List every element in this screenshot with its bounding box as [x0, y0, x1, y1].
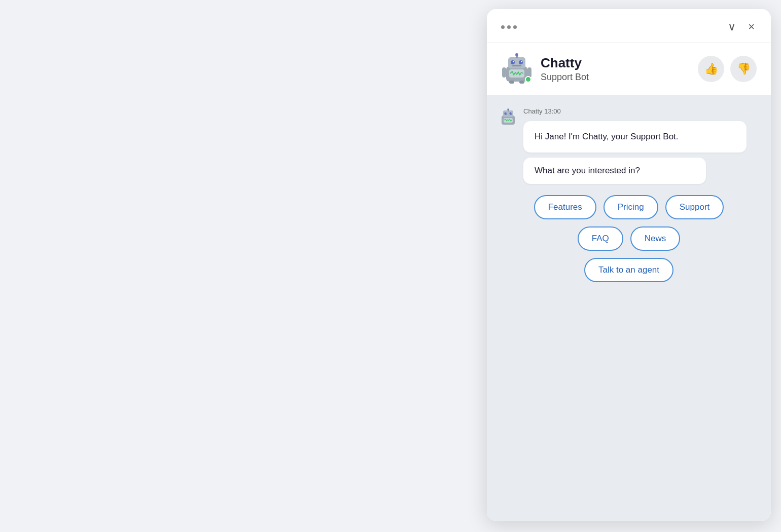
- option-support-button[interactable]: Support: [665, 195, 724, 219]
- option-news-button[interactable]: News: [630, 226, 681, 251]
- chat-widget: ∨ ×: [487, 9, 771, 521]
- dot2: [507, 25, 511, 29]
- option-pricing-button[interactable]: Pricing: [604, 195, 658, 219]
- svg-rect-9: [509, 69, 524, 78]
- svg-rect-1: [508, 57, 525, 68]
- options-area: Features Pricing Support FAQ News Talk t…: [499, 195, 759, 282]
- option-talk-to-agent-button[interactable]: Talk to an agent: [584, 258, 673, 282]
- option-features-button[interactable]: Features: [534, 195, 596, 219]
- svg-point-5: [521, 61, 522, 62]
- svg-point-19: [511, 112, 512, 113]
- close-button[interactable]: ×: [746, 20, 757, 33]
- options-row-2: FAQ News: [578, 226, 681, 251]
- topbar-actions: ∨ ×: [726, 20, 757, 33]
- svg-point-17: [510, 112, 512, 115]
- topbar-dots: [501, 25, 517, 29]
- thumbs-down-button[interactable]: 👎: [730, 56, 757, 82]
- chat-topbar: ∨ ×: [487, 9, 771, 43]
- online-dot: [525, 76, 531, 83]
- options-row-1: Features Pricing Support: [534, 195, 724, 219]
- dot1: [501, 25, 505, 29]
- svg-rect-12: [509, 81, 514, 84]
- message-content-1: Chatty 13:00 Hi Jane! I'm Chatty, your S…: [523, 107, 759, 184]
- message-bot-avatar: [499, 108, 517, 127]
- message-row-1: Chatty 13:00 Hi Jane! I'm Chatty, your S…: [499, 107, 759, 184]
- minimize-button[interactable]: ∨: [726, 20, 738, 33]
- message-bubble-2: What are you interested in?: [523, 158, 706, 184]
- svg-point-4: [513, 61, 514, 62]
- options-row-3: Talk to an agent: [584, 258, 673, 282]
- svg-point-8: [515, 53, 518, 56]
- bot-name: Chatty: [541, 55, 589, 71]
- message-meta: Chatty 13:00: [523, 107, 759, 115]
- thumbs-up-button[interactable]: 👍: [698, 56, 724, 82]
- bot-subtitle: Support Bot: [541, 72, 589, 83]
- bot-text-info: Chatty Support Bot: [541, 55, 589, 83]
- message-bubble-1: Hi Jane! I'm Chatty, your Support Bot.: [523, 121, 747, 153]
- dot3: [513, 25, 517, 29]
- svg-point-2: [511, 60, 515, 64]
- svg-point-16: [505, 112, 507, 115]
- svg-point-3: [519, 60, 523, 64]
- svg-point-21: [507, 108, 509, 110]
- option-faq-button[interactable]: FAQ: [578, 226, 623, 251]
- chat-bot-header: Chatty Support Bot 👍 👎: [487, 43, 771, 95]
- bot-info: Chatty Support Bot: [501, 53, 589, 85]
- svg-rect-13: [519, 81, 524, 84]
- rating-buttons: 👍 👎: [698, 56, 757, 82]
- svg-rect-6: [512, 65, 521, 66]
- bot-avatar: [501, 53, 532, 85]
- chat-body: Chatty 13:00 Hi Jane! I'm Chatty, your S…: [487, 95, 771, 521]
- svg-point-18: [506, 112, 507, 113]
- svg-rect-10: [502, 67, 506, 78]
